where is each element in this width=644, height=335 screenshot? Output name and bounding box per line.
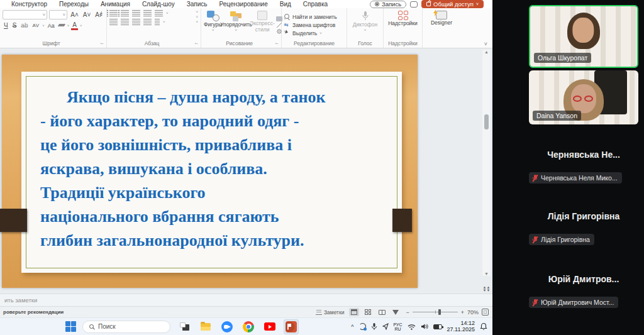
editing-group-label: Редактирование xyxy=(284,40,344,48)
speaker-icon[interactable] xyxy=(421,323,428,330)
bullets-icon[interactable] xyxy=(109,10,118,16)
zoom-slider-thumb[interactable] xyxy=(438,309,441,315)
clear-formatting-button[interactable]: А҂ xyxy=(94,11,104,19)
increase-indent-icon[interactable] xyxy=(143,10,152,16)
zoom-level[interactable]: 70% xyxy=(467,309,479,316)
underline-button[interactable]: Ч xyxy=(3,21,9,30)
notifications-bell-icon[interactable] xyxy=(480,322,487,331)
align-left-icon[interactable] xyxy=(109,19,118,25)
shrink-font-button[interactable]: А˅ xyxy=(82,11,92,19)
audio-participant-tile[interactable]: Чернявська Не... Чернявська Неля Мико... xyxy=(529,150,638,184)
video-tile-active-speaker[interactable]: Ольга Шкуропат xyxy=(529,5,638,68)
dialog-launcher-icon[interactable]: ⌙ xyxy=(100,40,104,47)
find-replace-button[interactable]: Найти и заменить xyxy=(284,14,337,20)
replace-fonts-button[interactable]: ⇆ Замена шрифтов xyxy=(284,22,337,28)
slide-navigation: ▲▲ ▼▼ xyxy=(482,286,491,292)
normal-view-button[interactable] xyxy=(349,308,359,316)
dictaphone-button[interactable]: Диктофон ˅ xyxy=(352,10,379,40)
menu-tab-record[interactable]: Запись xyxy=(187,1,208,8)
designer-button[interactable]: Designer xyxy=(428,10,455,40)
chrome-button[interactable] xyxy=(241,319,256,334)
decrease-indent-icon[interactable] xyxy=(132,10,140,16)
scrollbar-thumb[interactable] xyxy=(484,114,489,129)
tray-expand-icon[interactable]: ^ xyxy=(351,324,353,330)
highlight-pen-icon[interactable] xyxy=(58,23,65,29)
sync-status-icon[interactable] xyxy=(359,323,366,330)
participant-name-label: Ольга Шкуропат xyxy=(534,53,591,63)
align-text-icon[interactable]: ˅ xyxy=(196,15,198,19)
dialog-launcher-icon[interactable]: ⌙ xyxy=(275,40,279,47)
share-button[interactable]: Общий доступ ˅ xyxy=(421,0,484,8)
grow-font-button[interactable]: А˄ xyxy=(69,11,80,19)
align-center-icon[interactable] xyxy=(121,19,129,25)
file-explorer-button[interactable] xyxy=(198,319,213,334)
zoom-app-button[interactable] xyxy=(219,319,235,334)
menu-tab-transitions[interactable]: Переходы xyxy=(59,1,89,8)
location-arrow-icon[interactable] xyxy=(382,323,389,330)
ribbon-group-designer: Designer xyxy=(423,8,460,48)
quick-styles-button[interactable]: Экспресс- стили xyxy=(250,10,275,40)
notes-toggle-button[interactable]: Заметки xyxy=(316,309,345,316)
text-direction-icon[interactable]: ˅ xyxy=(196,10,198,14)
menu-tab-design[interactable]: Конструктор xyxy=(11,1,47,8)
menu-tab-slideshow[interactable]: Слайд-шоу xyxy=(142,1,175,8)
align-right-icon[interactable] xyxy=(132,19,140,25)
slideshow-view-button[interactable] xyxy=(391,308,401,316)
record-button[interactable]: Запись xyxy=(370,1,406,8)
audio-participant-tile[interactable]: Юрій Дмитров... Юрій Дмитрович Мост... xyxy=(529,274,638,309)
slide-sorter-view-button[interactable] xyxy=(363,308,373,316)
language-indicator[interactable]: РУС RU xyxy=(394,322,402,331)
menu-tab-help[interactable]: Справка xyxy=(303,1,328,8)
task-view-button[interactable] xyxy=(177,319,192,334)
slide-text-line: - його характер, то народний одяг - xyxy=(40,109,392,133)
slide-canvas[interactable]: Якщо пісня – душа народу, а танок - його… xyxy=(2,55,418,288)
collapse-ribbon-icon[interactable]: ˅ xyxy=(484,41,487,47)
convert-smartart-icon[interactable]: ˅ xyxy=(196,20,198,24)
menu-tab-animations[interactable]: Анимация xyxy=(101,1,130,8)
menu-tab-review[interactable]: Рецензирование xyxy=(219,1,268,8)
justify-icon[interactable] xyxy=(143,19,152,25)
youtube-button[interactable] xyxy=(262,319,277,334)
wifi-icon[interactable] xyxy=(408,324,416,330)
strikethrough-button[interactable]: S xyxy=(11,21,18,30)
comments-icon[interactable] xyxy=(410,1,418,8)
scroll-up-icon[interactable]: ▲ xyxy=(484,50,489,54)
select-button[interactable]: Выделить ˅ xyxy=(284,30,337,36)
font-size-select[interactable]: ˅ xyxy=(49,10,67,19)
clock[interactable]: 14:12 27.11.2025 xyxy=(447,321,475,332)
audio-participant-tile[interactable]: Лідія Григорівна Лідія Григорівна xyxy=(529,211,638,246)
shapes-button[interactable]: Фигуры ˅ xyxy=(204,10,222,40)
font-name-select[interactable]: ˅ xyxy=(3,10,47,19)
line-spacing-icon[interactable] xyxy=(155,10,163,16)
arrange-button[interactable]: Упорядочить ˅ xyxy=(222,10,250,40)
taskbar-search[interactable]: Поиск xyxy=(82,321,170,333)
battery-icon[interactable] xyxy=(433,324,442,329)
dialog-launcher-icon[interactable]: ⌙ xyxy=(194,40,198,47)
slide-text-line: це його зовнішність, приваблива і xyxy=(40,133,392,157)
zoom-in-button[interactable]: + xyxy=(461,309,464,316)
reading-view-button[interactable] xyxy=(377,308,387,316)
start-button[interactable] xyxy=(65,321,76,332)
zoom-out-button[interactable]: − xyxy=(406,309,409,316)
font-color-button[interactable]: А xyxy=(71,21,78,30)
addins-button[interactable]: Надстройки xyxy=(389,10,417,40)
chevron-down-icon: ˅ xyxy=(163,20,165,24)
microphone-tray-icon[interactable] xyxy=(371,322,377,331)
zoom-slider[interactable] xyxy=(413,312,458,312)
text-shadow-button[interactable]: ab xyxy=(19,21,29,30)
addins-group-label: Надстройки xyxy=(386,40,419,48)
character-spacing-button[interactable]: АV xyxy=(31,21,40,30)
next-slide-button[interactable]: ▼▼ xyxy=(483,289,491,292)
slide-text-box[interactable]: Якщо пісня – душа народу, а танок - його… xyxy=(40,85,392,253)
numbering-icon[interactable] xyxy=(121,10,129,16)
accessibility-status[interactable]: роверьте рекомендации xyxy=(3,309,64,315)
menu-tab-view[interactable]: Вид xyxy=(280,1,291,8)
change-case-button[interactable]: Аа xyxy=(47,21,56,30)
columns-icon[interactable] xyxy=(155,19,160,25)
fit-to-window-icon[interactable] xyxy=(482,309,489,316)
scroll-down-icon[interactable]: ▼ xyxy=(484,272,489,276)
powerpoint-button[interactable] xyxy=(284,319,299,334)
notes-pane[interactable]: ить заметки xyxy=(0,294,492,306)
video-tile[interactable]: Daina Yanson xyxy=(529,70,638,124)
vertical-scrollbar[interactable]: ▲ ▼ xyxy=(482,50,491,276)
